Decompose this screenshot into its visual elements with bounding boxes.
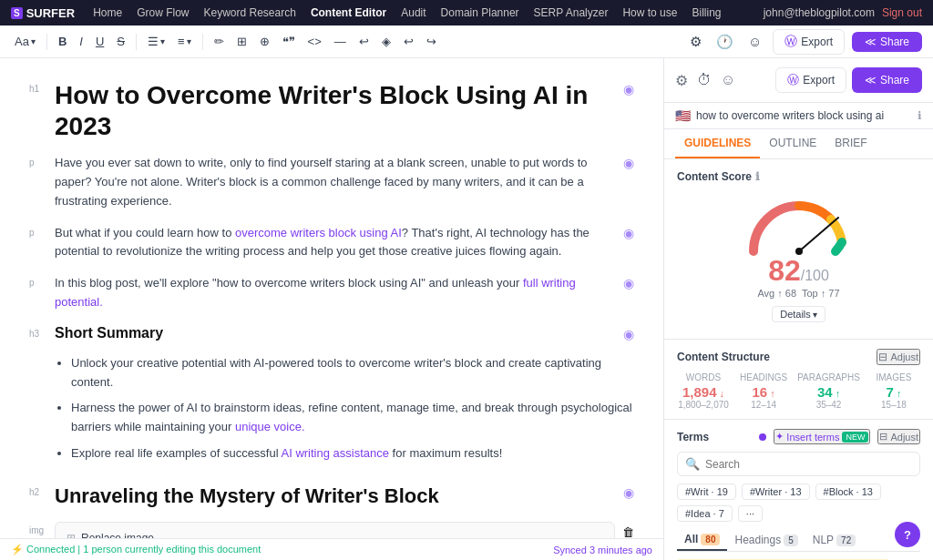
- bullet2[interactable]: Harness the power of AI to brainstorm id…: [71, 399, 634, 437]
- terms-adjust-btn[interactable]: ⊟ Adjust: [877, 429, 920, 444]
- share-button[interactable]: ≪ Share: [852, 32, 922, 52]
- strike-btn[interactable]: S: [113, 33, 128, 50]
- bullet2-link[interactable]: unique voice.: [235, 420, 305, 433]
- bullet1[interactable]: Unlock your creative potential with AI-p…: [71, 354, 634, 392]
- bullet3-link[interactable]: AI writing assistance: [282, 446, 390, 460]
- arrow-btn[interactable]: ↩: [355, 33, 373, 50]
- para2-text[interactable]: But what if you could learn how to overc…: [55, 224, 616, 262]
- para3-text[interactable]: In this blog post, we'll explore "how to…: [55, 274, 616, 312]
- para2-content[interactable]: But what if you could learn how to overc…: [55, 224, 616, 262]
- bullets-content[interactable]: Unlock your creative potential with AI-p…: [55, 354, 634, 471]
- h3-line: h3 Short Summary ◉: [29, 325, 634, 341]
- p3-action-icon[interactable]: ◉: [623, 274, 634, 290]
- para3-content[interactable]: In this blog post, we'll explore "how to…: [55, 274, 616, 312]
- nav-howto[interactable]: How to use: [622, 6, 677, 19]
- image-btn[interactable]: ⊞: [233, 33, 251, 50]
- doc-title[interactable]: How to Overcome Writer's Block Using AI …: [55, 80, 616, 141]
- marker-btn[interactable]: ◈: [378, 33, 395, 50]
- h2-action-icon[interactable]: ◉: [623, 484, 634, 500]
- tag-idea[interactable]: #Idea · 7: [677, 505, 733, 522]
- sidebar-export-btn[interactable]: Ⓦ Export: [775, 67, 846, 93]
- clock-btn[interactable]: 🕐: [713, 32, 737, 52]
- para1-content[interactable]: Have you ever sat down to write, only to…: [55, 154, 616, 210]
- h2-content[interactable]: Unraveling the Mystery of Writer's Block: [55, 484, 616, 510]
- cs-words-label: WORDS: [677, 372, 730, 382]
- signout-link[interactable]: Sign out: [882, 6, 922, 19]
- tab-outline[interactable]: OUTLINE: [760, 129, 825, 158]
- settings-icon-btn[interactable]: ⚙: [675, 72, 688, 89]
- cs-title: Content Structure: [677, 351, 770, 363]
- nav-keyword[interactable]: Keyword Research: [203, 6, 295, 19]
- sidebar-share-btn[interactable]: ≪ Share: [852, 67, 922, 93]
- tab-brief[interactable]: BRIEF: [825, 129, 876, 158]
- smiley-icon-btn[interactable]: ☺: [721, 72, 735, 89]
- settings-btn[interactable]: ⚙: [686, 32, 705, 52]
- cs-adjust-btn[interactable]: ⊟ Adjust: [877, 349, 920, 365]
- cs-images: IMAGES 7 ↑ 15–18: [867, 372, 920, 410]
- redo-btn[interactable]: ↪: [423, 33, 440, 50]
- bold-btn[interactable]: B: [55, 33, 70, 50]
- mystery-heading[interactable]: Unraveling the Mystery of Writer's Block: [55, 484, 616, 510]
- undo-btn[interactable]: ↩: [400, 33, 417, 50]
- italic-btn[interactable]: I: [76, 33, 87, 50]
- h3-action-icon[interactable]: ◉: [623, 325, 634, 341]
- link-btn[interactable]: ⊕: [256, 33, 273, 50]
- logo[interactable]: S SURFER: [11, 6, 75, 20]
- tag-more[interactable]: ···: [738, 505, 763, 522]
- font-size-btn[interactable]: Aa ▾: [11, 33, 39, 50]
- align-btn[interactable]: ☰▾: [144, 33, 169, 50]
- para1-text[interactable]: Have you ever sat down to write, only to…: [55, 154, 616, 210]
- cs-words-range: 1,800–2,070: [677, 400, 730, 410]
- short-summary-heading[interactable]: Short Summary: [55, 325, 616, 341]
- terms-tab-headings[interactable]: Headings 5: [727, 529, 805, 551]
- doc-title-container[interactable]: How to Overcome Writer's Block Using AI …: [55, 80, 616, 141]
- nav-content-editor[interactable]: Content Editor: [311, 6, 386, 19]
- sep2: [136, 34, 137, 50]
- status-bar: ⚡ Connected | 1 person currently editing…: [0, 538, 663, 560]
- cs-images-value: 7 ↑: [867, 384, 920, 400]
- tab-guidelines[interactable]: GUIDELINES: [675, 129, 760, 158]
- nav-serp[interactable]: SERP Analyzer: [534, 6, 609, 19]
- underline-btn[interactable]: U: [92, 33, 108, 50]
- h3-content[interactable]: Short Summary: [55, 325, 616, 341]
- tag-block[interactable]: #Block · 13: [815, 484, 881, 500]
- para2-link[interactable]: overcome writers block using AI: [235, 226, 402, 239]
- score-details-btn[interactable]: Details ▾: [772, 306, 825, 322]
- terms-search-input[interactable]: [705, 458, 912, 471]
- terms-search-box[interactable]: 🔍: [677, 452, 920, 476]
- dash-btn[interactable]: —: [331, 33, 350, 50]
- bullet3[interactable]: Explore real life examples of successful…: [71, 444, 634, 463]
- export-button[interactable]: Ⓦ Export: [773, 29, 845, 55]
- p2-action-icon[interactable]: ◉: [623, 224, 634, 240]
- p1-action-icon[interactable]: ◉: [623, 154, 634, 170]
- emoji-btn[interactable]: ☺: [744, 32, 765, 51]
- terms-tab-nlp[interactable]: NLP 72: [805, 529, 863, 551]
- code-btn[interactable]: <>: [304, 33, 325, 50]
- help-button[interactable]: ?: [895, 522, 920, 547]
- tag-writ[interactable]: #Writ · 19: [677, 484, 736, 500]
- url-info-icon[interactable]: ℹ: [918, 109, 922, 122]
- list-btn[interactable]: ≡▾: [174, 33, 195, 50]
- p3-label: p: [29, 274, 47, 288]
- pencil-btn[interactable]: ✏: [210, 33, 228, 50]
- nav-growflow[interactable]: Grow Flow: [137, 6, 189, 19]
- cs-header: Content Structure ⊟ Adjust: [677, 349, 920, 365]
- h1-action-icon[interactable]: ◉: [623, 80, 634, 97]
- nav-audit[interactable]: Audit: [401, 6, 425, 19]
- quote-btn[interactable]: ❝❞: [279, 33, 299, 50]
- editor-area[interactable]: h1 How to Overcome Writer's Block Using …: [0, 58, 664, 560]
- nav-home[interactable]: Home: [93, 6, 122, 19]
- para3-link[interactable]: full writing potential.: [55, 276, 576, 309]
- terms-adjust-icon: ⊟: [879, 431, 887, 443]
- nav-billing[interactable]: Billing: [692, 6, 721, 19]
- img-delete-icon[interactable]: 🗑: [622, 522, 634, 539]
- tag-writer[interactable]: #Writer · 13: [742, 484, 810, 500]
- terms-tab-all[interactable]: All 80: [677, 529, 727, 551]
- nav-domain[interactable]: Domain Planner: [441, 6, 519, 19]
- terms-filter-tabs: All 80 Headings 5 NLP 72: [677, 529, 920, 552]
- insert-terms-btn[interactable]: ✦ Insert terms NEW: [774, 429, 870, 444]
- content-score-info-icon[interactable]: ℹ: [755, 170, 760, 183]
- tags-row: #Writ · 19 #Writer · 13 #Block · 13 #Ide…: [677, 484, 920, 522]
- timer-icon-btn[interactable]: ⏱: [697, 72, 712, 89]
- cs-paragraphs-label: PARAGRAPHS: [797, 372, 860, 382]
